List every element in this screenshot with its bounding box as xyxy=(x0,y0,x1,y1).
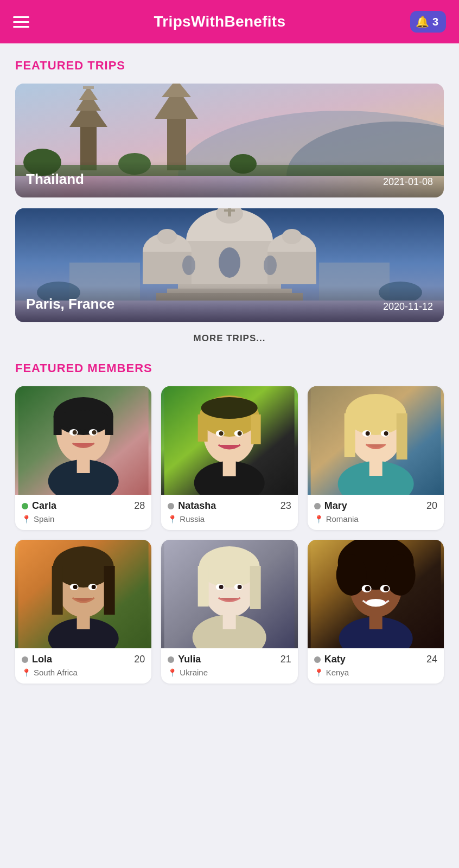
svg-point-43 xyxy=(55,410,112,430)
status-indicator-lola xyxy=(22,656,28,663)
status-indicator-mary xyxy=(314,503,321,509)
svg-point-30 xyxy=(264,256,277,275)
member-info-katy: Katy 24 📍 Kenya xyxy=(308,648,444,684)
location-icon-carla: 📍 xyxy=(22,515,31,524)
svg-rect-72 xyxy=(369,461,382,476)
member-photo-lola xyxy=(15,540,151,648)
location-icon-yulia: 📍 xyxy=(168,668,177,677)
featured-trips-title: FEATURED TRIPS xyxy=(15,59,444,73)
member-card-yulia[interactable]: Yulia 21 📍 Ukraine xyxy=(161,540,297,684)
member-location-row-natasha: 📍 Russia xyxy=(168,514,291,524)
svg-rect-53 xyxy=(198,414,208,442)
svg-rect-83 xyxy=(77,614,90,629)
member-card-natasha[interactable]: Natasha 23 📍 Russia xyxy=(161,386,297,530)
bell-icon: 🔔 xyxy=(416,15,429,28)
member-photo-katy xyxy=(308,540,444,648)
member-age-katy: 24 xyxy=(426,654,437,665)
member-card-carla[interactable]: Carla 28 📍 Spain xyxy=(15,386,151,530)
svg-point-80 xyxy=(73,585,78,589)
svg-rect-87 xyxy=(198,566,209,607)
svg-point-25 xyxy=(282,229,302,244)
more-trips-container: MORE TRIPS... xyxy=(15,333,444,344)
member-photo-yulia xyxy=(161,540,297,648)
member-info-mary: Mary 20 📍 Romania xyxy=(308,495,444,530)
trip-card-overlay-thailand: Thailand 2021-01-08 xyxy=(15,161,444,197)
member-name-row-katy: Katy 24 xyxy=(314,654,437,665)
member-name-natasha: Natasha xyxy=(178,500,216,512)
location-icon-katy: 📍 xyxy=(314,668,323,677)
more-trips-link[interactable]: MORE TRIPS... xyxy=(194,333,266,343)
location-icon-mary: 📍 xyxy=(314,515,323,524)
trip-card-paris[interactable]: Paris, France 2020-11-12 xyxy=(15,208,444,322)
status-indicator-katy xyxy=(314,656,321,663)
svg-point-24 xyxy=(157,229,177,244)
member-location-yulia: Ukraine xyxy=(180,668,208,677)
svg-point-46 xyxy=(73,430,77,435)
svg-point-102 xyxy=(365,586,370,591)
member-age-natasha: 23 xyxy=(280,500,291,512)
member-info-yulia: Yulia 21 📍 Ukraine xyxy=(161,648,297,684)
status-indicator-carla xyxy=(22,503,28,509)
svg-rect-27 xyxy=(224,209,235,212)
featured-members-title: FEATURED MEMBERS xyxy=(15,361,444,375)
member-name-status-natasha: Natasha xyxy=(168,500,216,512)
member-card-mary[interactable]: Mary 20 📍 Romania xyxy=(308,386,444,530)
notification-bell[interactable]: 🔔 3 xyxy=(410,11,446,33)
svg-point-69 xyxy=(365,431,369,436)
member-info-lola: Lola 20 📍 South Africa xyxy=(15,648,151,684)
svg-point-103 xyxy=(383,586,388,591)
location-icon-natasha: 📍 xyxy=(168,515,177,524)
member-location-row-yulia: 📍 Ukraine xyxy=(168,668,291,677)
svg-point-91 xyxy=(219,585,224,589)
member-name-status-mary: Mary xyxy=(314,500,347,512)
member-name-lola: Lola xyxy=(32,654,52,665)
status-indicator-yulia xyxy=(168,656,174,663)
svg-point-58 xyxy=(219,431,224,436)
svg-point-81 xyxy=(92,585,96,589)
svg-rect-65 xyxy=(344,413,355,457)
trip-date-thailand: 2021-01-08 xyxy=(383,176,433,188)
member-name-status-katy: Katy xyxy=(314,654,346,665)
member-name-carla: Carla xyxy=(32,500,56,512)
member-location-lola: South Africa xyxy=(34,668,78,677)
member-card-katy[interactable]: Katy 24 📍 Kenya xyxy=(308,540,444,684)
svg-rect-54 xyxy=(251,414,261,444)
member-info-natasha: Natasha 23 📍 Russia xyxy=(161,495,297,530)
member-age-carla: 28 xyxy=(134,500,145,512)
featured-members-section: FEATURED MEMBERS xyxy=(15,361,444,684)
svg-rect-76 xyxy=(52,566,63,615)
member-name-row-mary: Mary 20 xyxy=(314,500,437,512)
member-name-row-lola: Lola 20 xyxy=(22,654,145,665)
notification-count: 3 xyxy=(432,16,438,28)
trip-name-thailand: Thailand xyxy=(26,171,84,188)
member-name-row-yulia: Yulia 21 xyxy=(168,654,291,665)
app-header: TripsWithBenefits 🔔 3 xyxy=(0,0,459,43)
member-location-row-mary: 📍 Romania xyxy=(314,514,437,524)
member-name-row-carla: Carla 28 xyxy=(22,500,145,512)
member-age-lola: 20 xyxy=(134,654,145,665)
svg-point-92 xyxy=(238,585,242,589)
menu-button[interactable] xyxy=(13,16,29,28)
member-location-row-lola: 📍 South Africa xyxy=(22,668,145,677)
member-location-katy: Kenya xyxy=(326,668,349,677)
member-name-status-carla: Carla xyxy=(22,500,56,512)
trip-date-paris: 2020-11-12 xyxy=(383,301,433,312)
member-name-status-yulia: Yulia xyxy=(168,654,201,665)
svg-rect-94 xyxy=(223,614,236,629)
member-photo-natasha xyxy=(161,386,297,495)
svg-rect-61 xyxy=(223,461,236,476)
trip-card-overlay-paris: Paris, France 2020-11-12 xyxy=(15,286,444,322)
app-title: TripsWithBenefits xyxy=(154,13,286,30)
member-photo-mary xyxy=(308,386,444,495)
member-name-katy: Katy xyxy=(324,654,346,665)
svg-point-29 xyxy=(182,256,195,275)
main-content: FEATURED TRIPS xyxy=(0,43,459,705)
trip-card-thailand[interactable]: Thailand 2021-01-08 xyxy=(15,84,444,197)
member-card-lola[interactable]: Lola 20 📍 South Africa xyxy=(15,540,151,684)
svg-point-28 xyxy=(219,247,240,278)
svg-rect-49 xyxy=(77,459,90,473)
featured-trips-section: FEATURED TRIPS xyxy=(15,59,444,344)
svg-point-70 xyxy=(384,431,388,436)
svg-point-59 xyxy=(238,431,242,436)
member-name-mary: Mary xyxy=(324,500,347,512)
